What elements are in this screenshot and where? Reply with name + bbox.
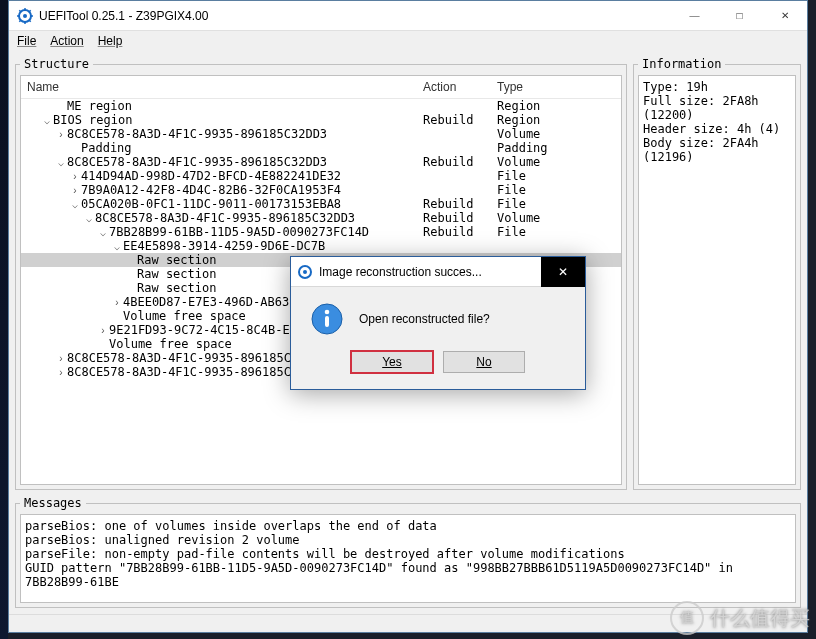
no-button[interactable]: No	[443, 351, 525, 373]
watermark: 值 什么值得买	[670, 601, 810, 635]
info-icon	[311, 303, 343, 335]
yes-button[interactable]: Yes	[351, 351, 433, 373]
svg-point-11	[303, 270, 307, 274]
dialog-body: Open reconstructed file?	[291, 287, 585, 351]
dialog-titlebar: Image reconstruction succes... ✕	[291, 257, 585, 287]
svg-point-15	[325, 310, 330, 315]
dialog-buttons: Yes No	[291, 351, 585, 389]
dialog-app-icon	[297, 264, 313, 280]
modal-layer: Image reconstruction succes... ✕ Open re…	[0, 0, 816, 639]
svg-rect-14	[325, 316, 329, 327]
dialog: Image reconstruction succes... ✕ Open re…	[290, 256, 586, 390]
dialog-message: Open reconstructed file?	[359, 312, 490, 326]
watermark-badge-icon: 值	[670, 601, 704, 635]
dialog-close-button[interactable]: ✕	[541, 257, 585, 287]
watermark-text: 什么值得买	[710, 605, 810, 632]
dialog-title: Image reconstruction succes...	[319, 265, 541, 279]
